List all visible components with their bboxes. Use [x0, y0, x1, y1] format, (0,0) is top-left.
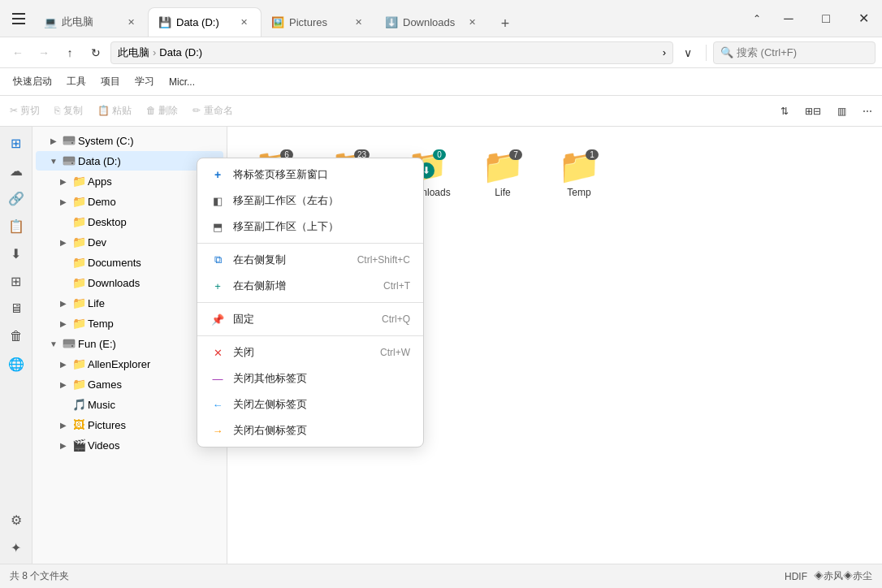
sidebar-item-fun-e[interactable]: ▼Fun (E:)	[36, 334, 223, 353]
sidebar-item-pictures[interactable]: ▶🖼Pictures	[36, 415, 223, 435]
back-button[interactable]: ←	[6, 41, 29, 64]
sidebar-item-temp[interactable]: ▶📁Temp	[36, 313, 223, 333]
menu-shortcut-close: Ctrl+W	[380, 347, 410, 358]
new-tab-button[interactable]: +	[492, 11, 518, 37]
dropdown-button[interactable]: ∨	[677, 41, 699, 64]
maximize-button[interactable]: □	[807, 6, 845, 32]
menu-item-move-left[interactable]: ◧移至副工作区（左右）	[197, 188, 423, 214]
breadcrumb-item-0[interactable]: 此电脑	[118, 45, 149, 60]
tab-close-downloads[interactable]: ✕	[465, 15, 479, 29]
menu-label-pin: 固定	[233, 312, 254, 326]
expand-arrow-data-d[interactable]: ▼	[47, 157, 60, 166]
sidebar-item-documents[interactable]: 📁Documents	[36, 253, 223, 272]
view-sort-button[interactable]: ⇅	[774, 100, 795, 123]
expand-arrow-videos[interactable]: ▶	[57, 441, 70, 450]
expand-arrow-fun-e[interactable]: ▼	[47, 339, 60, 348]
menu-item-new-right[interactable]: +在右侧新增Ctrl+T	[197, 273, 423, 299]
quick-item-0[interactable]: 快速启动	[6, 71, 58, 92]
expand-arrow-allenexplorer[interactable]: ▶	[57, 360, 70, 369]
status-hdif: HDIF	[785, 571, 807, 582]
rename-button[interactable]: ✏ 重命名	[186, 100, 239, 123]
sidebar-item-system-c[interactable]: ▶System (C:)	[36, 131, 223, 150]
sidebar-item-downloads[interactable]: 📁Downloads	[36, 273, 223, 292]
left-icon-download[interactable]: ⬇	[3, 240, 29, 266]
search-input[interactable]	[737, 46, 873, 58]
left-icon-cloud[interactable]: ☁	[3, 158, 29, 184]
forward-button[interactable]: →	[32, 41, 55, 64]
left-icon-link[interactable]: 🔗	[3, 185, 29, 211]
expand-arrow-demo[interactable]: ▶	[57, 197, 70, 206]
breadcrumb-separator: ›	[153, 46, 156, 58]
quick-item-1[interactable]: 工具	[60, 71, 93, 92]
quick-item-4[interactable]: Micr...	[162, 73, 201, 91]
left-icon-apps[interactable]: ⊞	[3, 268, 29, 294]
quick-item-2[interactable]: 项目	[94, 71, 127, 92]
menu-icon-new-right: +	[210, 279, 225, 293]
menu-item-close-right[interactable]: →关闭右侧标签页	[197, 417, 423, 443]
refresh-button[interactable]: ↻	[84, 41, 107, 64]
sidebar-label-pictures: Pictures	[88, 419, 126, 431]
tab-close-this-pc[interactable]: ✕	[123, 15, 138, 29]
tab-close-pictures[interactable]: ✕	[351, 15, 365, 29]
up-button[interactable]: ↑	[58, 41, 81, 64]
expand-arrow-apps[interactable]: ▶	[57, 177, 70, 186]
menu-item-close[interactable]: ✕关闭Ctrl+W	[197, 339, 423, 365]
folder-item-temp[interactable]: 📁1Temp	[543, 136, 616, 210]
left-icon-browser[interactable]: 🌐	[3, 351, 29, 377]
menu-item-pin[interactable]: 📌固定Ctrl+Q	[197, 306, 423, 332]
sidebar-item-demo[interactable]: ▶📁Demo	[36, 192, 223, 211]
tab-close-data-d[interactable]: ✕	[236, 15, 251, 30]
menu-item-close-left[interactable]: ←关闭左侧标签页	[197, 391, 423, 417]
sidebar-item-games[interactable]: ▶📁Games	[36, 374, 223, 394]
folder-item-life[interactable]: 📁7Life	[466, 136, 539, 210]
cut-button[interactable]: ✂ 剪切	[3, 100, 46, 123]
address-bar[interactable]: 此电脑 › Data (D:)›	[110, 41, 673, 64]
close-button[interactable]: ✕	[845, 6, 882, 32]
left-icon-settings[interactable]: ⚙	[3, 507, 29, 533]
settings-button[interactable]: ⋯	[856, 100, 879, 123]
address-dropdown[interactable]: ›	[663, 46, 666, 58]
expand-arrow-system-c[interactable]: ▶	[47, 136, 60, 145]
menu-item-copy-right[interactable]: ⧉在右侧复制Ctrl+Shift+C	[197, 247, 423, 273]
left-icon-star[interactable]: ✦	[3, 534, 29, 560]
panel-toggle-button[interactable]: ▥	[831, 100, 853, 123]
sidebar-item-music[interactable]: 🎵Music	[36, 395, 223, 414]
expand-arrow-temp[interactable]: ▶	[57, 319, 70, 328]
expand-arrow-dev[interactable]: ▶	[57, 238, 70, 247]
menu-label-close-right: 关闭右侧标签页	[233, 423, 307, 438]
sidebar-item-data-d[interactable]: ▼Data (D:)	[36, 151, 223, 171]
hamburger-menu[interactable]	[6, 6, 31, 31]
left-icon-home[interactable]: ⊞	[3, 130, 29, 156]
sidebar-item-life[interactable]: ▶📁Life	[36, 293, 223, 313]
folder-name-temp: Temp	[567, 187, 590, 198]
menu-item-move-topbottom[interactable]: ⬒移至副工作区（上下）	[197, 214, 423, 240]
tab-data-d[interactable]: 💾 Data (D:) ✕	[148, 7, 262, 37]
collapse-button[interactable]: ⌃	[744, 6, 770, 32]
expand-arrow-pictures[interactable]: ▶	[57, 421, 70, 430]
tab-downloads[interactable]: ⬇️ Downloads ✕	[375, 7, 489, 37]
tab-pictures[interactable]: 🖼️ Pictures ✕	[262, 7, 375, 37]
expand-arrow-life[interactable]: ▶	[57, 299, 70, 308]
delete-button[interactable]: 🗑 删除	[140, 100, 184, 123]
menu-icon-move-new-window: +	[210, 167, 225, 182]
sidebar-item-videos[interactable]: ▶🎬Videos	[36, 435, 223, 455]
copy-button[interactable]: ⎘ 复制	[48, 100, 89, 123]
search-box[interactable]: 🔍	[713, 41, 876, 64]
breadcrumb-item-1[interactable]: Data (D:)	[159, 46, 202, 58]
svg-point-2	[71, 142, 73, 144]
sidebar-item-allenexplorer[interactable]: ▶📁AllenExplorer	[36, 354, 223, 374]
left-icon-trash[interactable]: 🗑	[3, 323, 29, 349]
minimize-button[interactable]: ─	[770, 6, 807, 32]
paste-button[interactable]: 📋 粘贴	[91, 100, 138, 123]
quick-item-3[interactable]: 学习	[128, 71, 161, 92]
view-options-button[interactable]: ⊞⊟	[798, 100, 828, 123]
left-icon-clipboard[interactable]: 📋	[3, 213, 29, 239]
tab-this-pc[interactable]: 💻 此电脑 ✕	[34, 7, 148, 37]
left-icon-monitor[interactable]: 🖥	[3, 296, 29, 322]
menu-item-move-new-window[interactable]: +将标签页移至新窗口	[197, 162, 423, 188]
sidebar-item-dev[interactable]: ▶📁Dev	[36, 232, 223, 252]
menu-item-close-others[interactable]: —关闭其他标签页	[197, 365, 423, 391]
sidebar-item-apps[interactable]: ▶📁Apps	[36, 171, 223, 191]
sidebar-item-desktop[interactable]: 📁Desktop	[36, 212, 223, 231]
expand-arrow-games[interactable]: ▶	[57, 380, 70, 389]
